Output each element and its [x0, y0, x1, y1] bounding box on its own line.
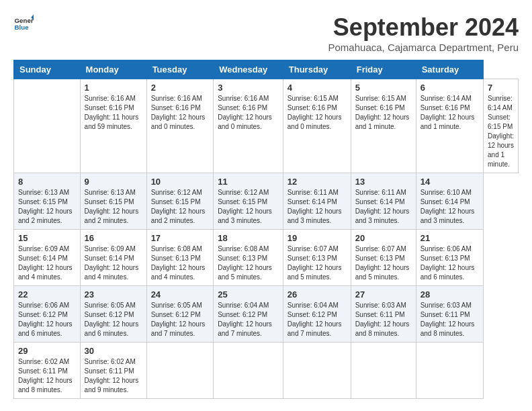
daylight-text: Daylight: 12 hours and 5 minutes. [218, 263, 279, 282]
sunset-text: Sunset: 6:16 PM [85, 103, 142, 113]
calendar-cell [416, 342, 483, 399]
cell-content: Sunrise: 6:02 AMSunset: 6:11 PMDaylight:… [18, 357, 76, 395]
day-number: 17 [151, 233, 210, 243]
sunrise-text: Sunrise: 6:14 AM [420, 94, 479, 103]
sunrise-text: Sunrise: 6:05 AM [85, 301, 142, 310]
cell-content: Sunrise: 6:06 AMSunset: 6:12 PMDaylight:… [18, 301, 76, 338]
cell-content: Sunrise: 6:16 AMSunset: 6:16 PMDaylight:… [218, 94, 279, 132]
day-number: 5 [355, 83, 412, 93]
sunrise-text: Sunrise: 6:13 AM [18, 188, 76, 197]
sunset-text: Sunset: 6:12 PM [287, 310, 347, 320]
location: Pomahuaca, Cajamarca Department, Peru [328, 42, 519, 53]
calendar-cell: 26Sunrise: 6:04 AMSunset: 6:12 PMDayligh… [283, 286, 351, 342]
day-number: 10 [151, 177, 210, 187]
sunrise-text: Sunrise: 6:05 AM [151, 301, 210, 310]
day-number: 16 [85, 233, 142, 243]
day-number: 24 [151, 289, 210, 300]
sunrise-text: Sunrise: 6:09 AM [18, 244, 76, 254]
sunset-text: Sunset: 6:15 PM [151, 197, 210, 207]
cell-content: Sunrise: 6:11 AMSunset: 6:14 PMDaylight:… [287, 188, 347, 226]
daylight-text: Daylight: 12 hours and 7 minutes. [151, 320, 210, 338]
calendar-week-5: 29Sunrise: 6:02 AMSunset: 6:11 PMDayligh… [14, 342, 519, 399]
sunset-text: Sunset: 6:14 PM [287, 197, 347, 207]
cell-content: Sunrise: 6:04 AMSunset: 6:12 PMDaylight:… [218, 301, 279, 338]
svg-text:Blue: Blue [15, 24, 30, 31]
day-number: 18 [218, 233, 279, 243]
sunset-text: Sunset: 6:16 PM [355, 103, 412, 113]
calendar-cell: 24Sunrise: 6:05 AMSunset: 6:12 PMDayligh… [146, 286, 214, 342]
daylight-text: Daylight: 12 hours and 1 minute. [488, 132, 514, 169]
cell-content: Sunrise: 6:03 AMSunset: 6:11 PMDaylight:… [355, 301, 412, 338]
cell-content: Sunrise: 6:07 AMSunset: 6:13 PMDaylight:… [287, 244, 347, 282]
calendar-cell: 15Sunrise: 6:09 AMSunset: 6:14 PMDayligh… [14, 230, 81, 286]
title-block: September 2024 Pomahuaca, Cajamarca Depa… [328, 13, 519, 53]
calendar-cell [14, 79, 81, 173]
calendar-cell: 25Sunrise: 6:04 AMSunset: 6:12 PMDayligh… [214, 286, 283, 342]
calendar-cell: 30Sunrise: 6:02 AMSunset: 6:11 PMDayligh… [80, 342, 146, 399]
cell-content: Sunrise: 6:09 AMSunset: 6:14 PMDaylight:… [18, 244, 76, 282]
cell-content: Sunrise: 6:13 AMSunset: 6:15 PMDaylight:… [85, 188, 142, 226]
calendar-cell: 17Sunrise: 6:08 AMSunset: 6:13 PMDayligh… [146, 230, 214, 286]
daylight-text: Daylight: 12 hours and 1 minute. [420, 113, 479, 132]
column-header-tuesday: Tuesday [146, 60, 214, 79]
day-number: 9 [85, 177, 142, 187]
day-number: 26 [287, 289, 347, 300]
cell-content: Sunrise: 6:15 AMSunset: 6:16 PMDaylight:… [355, 94, 412, 132]
column-header-monday: Monday [80, 60, 146, 79]
calendar-week-3: 15Sunrise: 6:09 AMSunset: 6:14 PMDayligh… [14, 230, 519, 286]
cell-content: Sunrise: 6:14 AMSunset: 6:16 PMDaylight:… [420, 94, 479, 132]
sunset-text: Sunset: 6:15 PM [218, 197, 279, 207]
calendar-cell: 16Sunrise: 6:09 AMSunset: 6:14 PMDayligh… [80, 230, 146, 286]
daylight-text: Daylight: 12 hours and 5 minutes. [287, 263, 347, 282]
calendar-cell [214, 342, 283, 399]
day-number: 29 [18, 346, 76, 356]
calendar-cell: 20Sunrise: 6:07 AMSunset: 6:13 PMDayligh… [351, 230, 416, 286]
sunrise-text: Sunrise: 6:16 AM [218, 94, 279, 103]
sunset-text: Sunset: 6:13 PM [355, 254, 412, 263]
sunset-text: Sunset: 6:14 PM [18, 254, 76, 263]
day-number: 1 [85, 83, 142, 93]
cell-content: Sunrise: 6:12 AMSunset: 6:15 PMDaylight:… [218, 188, 279, 226]
cell-content: Sunrise: 6:08 AMSunset: 6:13 PMDaylight:… [151, 244, 210, 282]
page-header: General Blue September 2024 Pomahuaca, C… [13, 13, 519, 53]
sunset-text: Sunset: 6:13 PM [218, 254, 279, 263]
sunrise-text: Sunrise: 6:16 AM [85, 94, 142, 103]
daylight-text: Daylight: 12 hours and 7 minutes. [287, 320, 347, 338]
month-title: September 2024 [328, 13, 519, 42]
sunset-text: Sunset: 6:16 PM [287, 103, 347, 113]
column-header-sunday: Sunday [14, 60, 81, 79]
calendar-cell: 10Sunrise: 6:12 AMSunset: 6:15 PMDayligh… [146, 173, 214, 230]
day-number: 19 [287, 233, 347, 243]
day-number: 25 [218, 289, 279, 300]
sunset-text: Sunset: 6:12 PM [18, 310, 76, 320]
calendar-cell: 1Sunrise: 6:16 AMSunset: 6:16 PMDaylight… [80, 79, 146, 173]
sunset-text: Sunset: 6:15 PM [18, 197, 76, 207]
daylight-text: Daylight: 12 hours and 1 minute. [355, 113, 412, 132]
sunrise-text: Sunrise: 6:02 AM [85, 357, 142, 367]
calendar-cell: 6Sunrise: 6:14 AMSunset: 6:16 PMDaylight… [416, 79, 483, 173]
logo: General Blue [13, 13, 34, 34]
calendar-cell: 3Sunrise: 6:16 AMSunset: 6:16 PMDaylight… [214, 79, 283, 173]
calendar-cell: 11Sunrise: 6:12 AMSunset: 6:15 PMDayligh… [214, 173, 283, 230]
cell-content: Sunrise: 6:15 AMSunset: 6:16 PMDaylight:… [287, 94, 347, 132]
daylight-text: Daylight: 12 hours and 3 minutes. [218, 207, 279, 226]
day-number: 8 [18, 177, 76, 187]
sunset-text: Sunset: 6:16 PM [218, 103, 279, 113]
calendar-week-4: 22Sunrise: 6:06 AMSunset: 6:12 PMDayligh… [14, 286, 519, 342]
calendar-cell: 14Sunrise: 6:10 AMSunset: 6:14 PMDayligh… [416, 173, 483, 230]
daylight-text: Daylight: 12 hours and 2 minutes. [85, 207, 142, 226]
daylight-text: Daylight: 12 hours and 0 minutes. [218, 113, 279, 132]
calendar-header-row: SundayMondayTuesdayWednesdayThursdayFrid… [14, 60, 519, 79]
sunset-text: Sunset: 6:16 PM [420, 103, 479, 113]
cell-content: Sunrise: 6:09 AMSunset: 6:14 PMDaylight:… [85, 244, 142, 282]
sunrise-text: Sunrise: 6:02 AM [18, 357, 76, 367]
sunrise-text: Sunrise: 6:15 AM [355, 94, 412, 103]
sunrise-text: Sunrise: 6:06 AM [18, 301, 76, 310]
calendar-cell: 13Sunrise: 6:11 AMSunset: 6:14 PMDayligh… [351, 173, 416, 230]
day-number: 21 [420, 233, 479, 243]
sunset-text: Sunset: 6:14 PM [355, 197, 412, 207]
sunset-text: Sunset: 6:15 PM [85, 197, 142, 207]
column-header-saturday: Saturday [416, 60, 483, 79]
day-number: 20 [355, 233, 412, 243]
calendar-cell: 19Sunrise: 6:07 AMSunset: 6:13 PMDayligh… [283, 230, 351, 286]
